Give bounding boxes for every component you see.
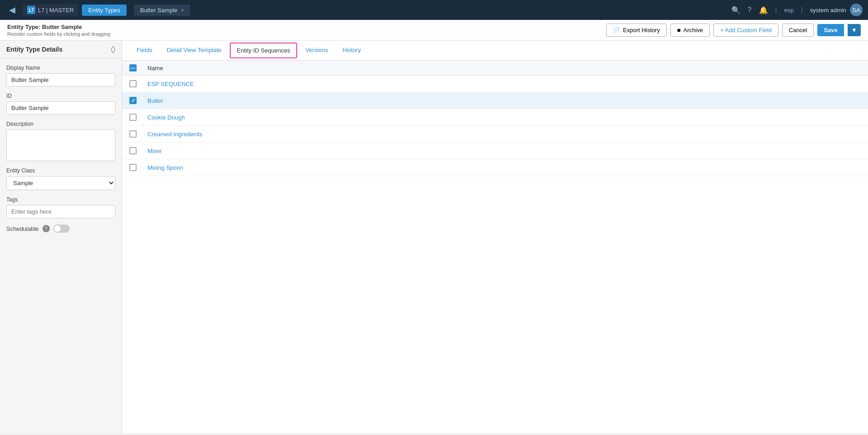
- tags-field-group: Tags: [6, 196, 115, 218]
- toggle-knob: [54, 225, 61, 232]
- entity-class-field-group: Entity Class Sample Equipment Material P…: [6, 167, 115, 190]
- table-area: Name ESP SEQUENCE Butter Cookie Dough: [122, 61, 868, 433]
- export-icon: 📄: [613, 27, 620, 33]
- display-name-label: Display Name: [6, 65, 115, 71]
- description-field-group: Description: [6, 121, 115, 161]
- close-tab-icon[interactable]: ×: [181, 7, 184, 13]
- tab-fields[interactable]: Fields: [129, 41, 160, 60]
- id-input[interactable]: [6, 101, 115, 115]
- active-tab-label: Butter Sample: [140, 7, 177, 14]
- content-area: Fields Detail View Template Entity ID Se…: [122, 41, 868, 433]
- nav-icons: 🔍 ? 🔔 | esp | system admin SA: [731, 4, 863, 16]
- row-checkbox-cookie-dough[interactable]: [129, 114, 147, 121]
- schedulable-help-icon[interactable]: ?: [43, 225, 50, 232]
- tabs-bar: Fields Detail View Template Entity ID Se…: [122, 41, 868, 61]
- sidebar-collapse-button[interactable]: 〈〉: [111, 45, 115, 53]
- header-checkbox-col: [129, 64, 147, 72]
- export-history-label: Export History: [623, 27, 660, 33]
- entity-types-button[interactable]: Entity Types: [82, 5, 127, 16]
- active-tab[interactable]: Butter Sample ×: [134, 5, 190, 16]
- table-row[interactable]: Creamed Ingredients: [122, 126, 868, 143]
- tags-input[interactable]: [6, 205, 115, 218]
- row-checkbox-butter[interactable]: [129, 97, 147, 104]
- table-row[interactable]: Cookie Dough: [122, 109, 868, 126]
- id-field-group: ID: [6, 93, 115, 115]
- main-layout: Entity Type Details 〈〉 Display Name ID D…: [0, 41, 868, 433]
- user-menu[interactable]: system admin SA: [810, 4, 863, 16]
- tags-label: Tags: [6, 196, 115, 203]
- row-name-cookie-dough[interactable]: Cookie Dough: [147, 114, 185, 121]
- save-button[interactable]: Save: [817, 24, 844, 36]
- row-checkbox-esp-sequence[interactable]: [129, 80, 147, 87]
- avatar: SA: [850, 4, 863, 16]
- sidebar-title: Entity Type Details: [6, 46, 62, 53]
- name-column-header: Name: [147, 65, 163, 72]
- sub-header: Entity Type: Butter Sample Reorder custo…: [0, 20, 868, 41]
- schedulable-toggle[interactable]: [53, 225, 70, 233]
- table-row[interactable]: Butter: [122, 92, 868, 109]
- row-checkbox-mixer[interactable]: [129, 147, 147, 154]
- tab-entity-id-sequences[interactable]: Entity ID Sequences: [230, 43, 298, 58]
- add-custom-field-button[interactable]: + Add Custom Field: [713, 24, 778, 37]
- instance-selector[interactable]: L7 L7 | MASTER: [23, 4, 78, 16]
- top-nav: ◀ L7 L7 | MASTER Entity Types Butter Sam…: [0, 0, 868, 20]
- entity-class-select[interactable]: Sample Equipment Material Process: [6, 176, 115, 190]
- table-row[interactable]: Mixer: [122, 143, 868, 159]
- select-all-checkbox[interactable]: [129, 64, 137, 72]
- reorder-hint: Reorder custom fields by clicking and dr…: [7, 31, 110, 37]
- help-icon[interactable]: ?: [748, 6, 752, 14]
- row-name-butter[interactable]: Butter: [147, 97, 163, 104]
- entity-type-prefix: Entity Type:: [7, 24, 42, 30]
- nav-language: esp: [784, 7, 794, 14]
- description-label: Description: [6, 121, 115, 127]
- description-input[interactable]: [6, 129, 115, 161]
- instance-label: L7 | MASTER: [38, 7, 74, 14]
- archive-label: Archive: [683, 27, 703, 33]
- tab-history[interactable]: History: [335, 41, 368, 60]
- row-name-mixer[interactable]: Mixer: [147, 148, 162, 154]
- table-row[interactable]: Mixing Spoon: [122, 159, 868, 176]
- entity-class-label: Entity Class: [6, 167, 115, 174]
- schedulable-row: Schedulable ?: [6, 225, 115, 233]
- cancel-button[interactable]: Cancel: [782, 24, 814, 37]
- row-name-mixing-spoon[interactable]: Mixing Spoon: [147, 164, 183, 171]
- nav-divider: |: [775, 6, 777, 14]
- tab-versions[interactable]: Versions: [298, 41, 335, 60]
- archive-button[interactable]: ■ Archive: [670, 24, 710, 37]
- table-row[interactable]: ESP SEQUENCE: [122, 76, 868, 92]
- sidebar: Entity Type Details 〈〉 Display Name ID D…: [0, 41, 122, 433]
- nav-divider-2: |: [801, 6, 803, 14]
- sub-header-left: Entity Type: Butter Sample Reorder custo…: [7, 24, 110, 37]
- sidebar-content: Display Name ID Description Entity Class…: [0, 58, 122, 239]
- row-checkbox-creamed-ingredients[interactable]: [129, 130, 147, 138]
- schedulable-label: Schedulable: [6, 225, 39, 232]
- archive-icon: ■: [677, 27, 681, 33]
- row-name-creamed-ingredients[interactable]: Creamed Ingredients: [147, 131, 202, 138]
- sub-header-right: 📄 Export History ■ Archive + Add Custom …: [606, 24, 861, 37]
- entity-type-name: Butter Sample: [42, 24, 82, 30]
- back-button[interactable]: ◀: [5, 3, 19, 17]
- instance-icon: L7: [27, 6, 35, 14]
- id-label: ID: [6, 93, 115, 99]
- tab-detail-view-template[interactable]: Detail View Template: [160, 41, 229, 60]
- display-name-input[interactable]: [6, 73, 115, 86]
- display-name-field-group: Display Name: [6, 65, 115, 86]
- bell-icon[interactable]: 🔔: [759, 6, 768, 14]
- row-name-esp-sequence[interactable]: ESP SEQUENCE: [147, 81, 194, 87]
- sidebar-header: Entity Type Details 〈〉: [0, 41, 122, 58]
- user-label: system admin: [810, 7, 846, 14]
- search-icon[interactable]: 🔍: [731, 6, 740, 14]
- entity-type-label: Entity Type: Butter Sample: [7, 24, 110, 30]
- row-checkbox-mixing-spoon[interactable]: [129, 164, 147, 171]
- table-header: Name: [122, 61, 868, 76]
- export-history-button[interactable]: 📄 Export History: [606, 24, 667, 37]
- save-dropdown-button[interactable]: ▼: [848, 24, 861, 36]
